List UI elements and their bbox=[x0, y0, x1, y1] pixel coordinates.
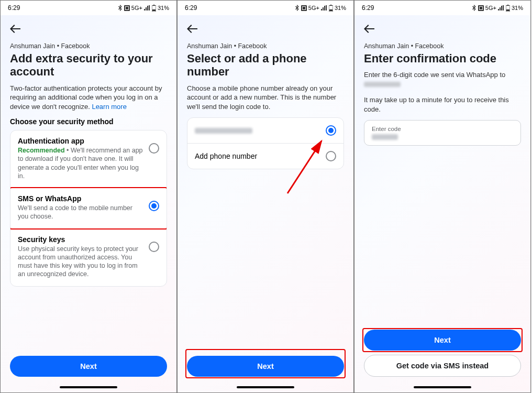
status-bar: 6:29 5G+ 31% bbox=[1, 1, 176, 15]
home-indicator[interactable] bbox=[178, 382, 353, 392]
option-title: Security keys bbox=[18, 235, 143, 244]
page-description: Choose a mobile phone number already on … bbox=[187, 84, 344, 112]
status-time: 6:29 bbox=[8, 4, 20, 12]
status-battery: 31% bbox=[158, 5, 169, 11]
back-button[interactable] bbox=[187, 23, 199, 36]
next-button[interactable]: Next bbox=[364, 330, 521, 351]
radio-security-keys[interactable] bbox=[149, 242, 159, 252]
svg-rect-8 bbox=[303, 7, 305, 9]
status-bar: 6:29 5G+ 31% bbox=[354, 1, 530, 15]
redacted-code-value bbox=[372, 134, 398, 140]
status-icons bbox=[295, 5, 307, 11]
status-icons bbox=[472, 5, 484, 11]
battery-icon bbox=[506, 5, 510, 12]
svg-rect-2 bbox=[126, 7, 128, 9]
radio-auth-app[interactable] bbox=[149, 143, 159, 154]
bluetooth-icon bbox=[472, 5, 476, 11]
status-time: 6:29 bbox=[362, 4, 374, 12]
phone-screen-1: 6:29 5G+ 31% Anshuman Jain • Facebook Ad… bbox=[0, 0, 177, 393]
security-method-card: Authentication app Recommended • We'll r… bbox=[10, 130, 167, 287]
option-existing-number[interactable] bbox=[187, 118, 343, 144]
radio-existing-number[interactable] bbox=[326, 125, 336, 136]
bluetooth-icon bbox=[118, 5, 123, 11]
redacted-phone-number bbox=[195, 128, 252, 134]
back-button[interactable] bbox=[364, 23, 376, 36]
recommended-tag: Recommended bbox=[18, 147, 65, 154]
bluetooth-icon bbox=[295, 5, 300, 11]
svg-rect-11 bbox=[329, 9, 332, 11]
svg-rect-18 bbox=[506, 9, 509, 11]
status-network: 5G+ bbox=[485, 5, 496, 11]
get-sms-code-button[interactable]: Get code via SMS instead bbox=[364, 355, 521, 377]
battery-icon bbox=[152, 5, 156, 12]
page-description-2: It may take up to a minute for you to re… bbox=[364, 95, 521, 114]
svg-rect-15 bbox=[480, 7, 482, 9]
breadcrumb: Anshuman Jain • Facebook bbox=[10, 42, 167, 50]
page-description-1: Enter the 6-digit code we sent via Whats… bbox=[364, 70, 521, 89]
status-battery: 31% bbox=[335, 5, 346, 11]
status-bar: 6:29 5G+ 31% bbox=[178, 1, 353, 15]
home-indicator[interactable] bbox=[1, 382, 176, 392]
phone-screen-2: 6:29 5G+ 31% Anshuman Jain • Facebook Se… bbox=[177, 0, 354, 393]
option-add-number[interactable]: Add phone number bbox=[187, 144, 343, 169]
phone-number-card: Add phone number bbox=[187, 117, 344, 169]
option-sms-whatsapp[interactable]: SMS or WhatsApp We'll send a code to the… bbox=[10, 188, 167, 229]
breadcrumb: Anshuman Jain • Facebook bbox=[364, 42, 521, 50]
signal-icon bbox=[144, 5, 150, 10]
page-title: Add extra security to your account bbox=[10, 52, 167, 79]
learn-more-link[interactable]: Learn more bbox=[92, 103, 126, 111]
home-indicator[interactable] bbox=[354, 382, 530, 392]
signal-icon bbox=[321, 5, 327, 10]
breadcrumb: Anshuman Jain • Facebook bbox=[187, 42, 344, 50]
svg-rect-5 bbox=[152, 9, 156, 11]
sim-icon bbox=[301, 5, 307, 11]
code-input-card[interactable]: Enter code bbox=[364, 120, 521, 146]
status-icons bbox=[118, 5, 130, 11]
option-title: SMS or WhatsApp bbox=[18, 194, 143, 203]
status-network: 5G+ bbox=[308, 5, 319, 11]
radio-sms-whatsapp[interactable] bbox=[149, 201, 159, 211]
redacted-recipient bbox=[364, 82, 401, 87]
page-title: Select or add a phone number bbox=[187, 52, 344, 79]
battery-icon bbox=[329, 5, 333, 12]
status-time: 6:29 bbox=[185, 4, 197, 12]
page-description: Two-factor authentication protects your … bbox=[10, 84, 167, 112]
option-security-keys[interactable]: Security keys Use physical security keys… bbox=[10, 229, 167, 286]
next-button[interactable]: Next bbox=[187, 356, 344, 377]
phone-screen-3: 6:29 5G+ 31% Anshuman Jain • Facebook En… bbox=[354, 0, 531, 393]
status-network: 5G+ bbox=[131, 5, 142, 11]
sim-icon bbox=[478, 5, 484, 11]
sim-icon bbox=[124, 5, 130, 11]
status-battery: 31% bbox=[512, 5, 523, 11]
section-heading: Choose your security method bbox=[10, 117, 167, 126]
option-title: Authentication app bbox=[18, 137, 143, 145]
radio-add-number[interactable] bbox=[326, 151, 336, 161]
signal-icon bbox=[498, 5, 504, 10]
add-phone-label: Add phone number bbox=[195, 152, 257, 160]
back-button[interactable] bbox=[10, 23, 23, 36]
page-title: Enter confirmation code bbox=[364, 52, 521, 65]
input-label: Enter code bbox=[372, 126, 513, 132]
next-button[interactable]: Next bbox=[10, 356, 167, 377]
option-auth-app[interactable]: Authentication app Recommended • We'll r… bbox=[10, 130, 167, 188]
